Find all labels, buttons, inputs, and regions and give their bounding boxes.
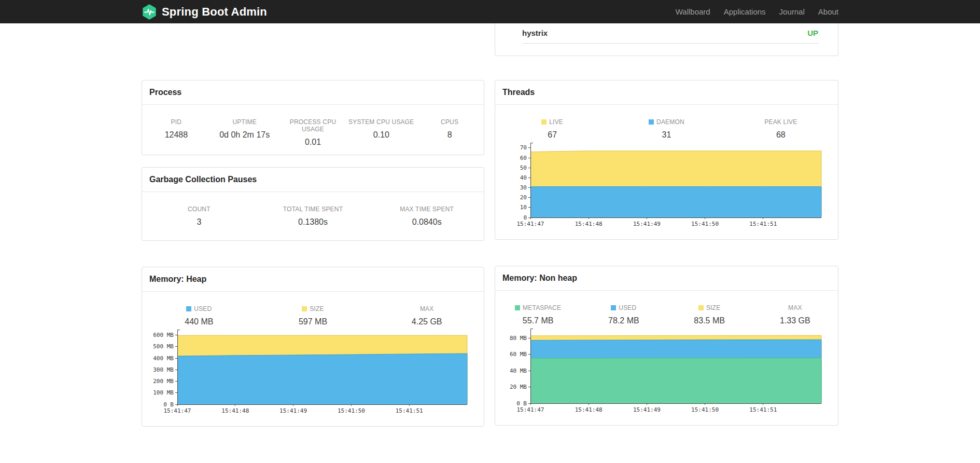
threads-legend: LIVE 67 DAEMON 31 PEAK LIVE 68 xyxy=(495,118,838,140)
svg-text:600 MB: 600 MB xyxy=(153,332,174,338)
stat-threads-peak: PEAK LIVE 68 xyxy=(724,118,838,140)
threads-card: Threads LIVE 67 DAEMON 31 PEAK LIVE xyxy=(495,80,838,240)
stat-threads-daemon: DAEMON 31 xyxy=(609,118,723,140)
legend-swatch-daemon xyxy=(649,119,654,125)
svg-text:500 MB: 500 MB xyxy=(153,343,174,350)
process-card-title: Process xyxy=(142,80,484,105)
gc-card-title: Garbage Collection Pauses xyxy=(142,168,484,192)
memory-nonheap-legend: METASPACE 55.7 MB USED 78.2 MB SIZE 83.5… xyxy=(495,304,838,325)
nav-item-wallboard[interactable]: Wallboard xyxy=(669,0,717,23)
svg-text:15:41:50: 15:41:50 xyxy=(691,406,719,413)
svg-text:200 MB: 200 MB xyxy=(153,378,174,385)
svg-text:15:41:47: 15:41:47 xyxy=(517,221,544,227)
svg-text:15:41:51: 15:41:51 xyxy=(396,407,423,414)
svg-text:400 MB: 400 MB xyxy=(153,355,174,362)
memory-heap-card: Memory: Heap USED 440 MB SIZE 597 MB xyxy=(142,267,484,427)
memory-heap-legend: USED 440 MB SIZE 597 MB MAX 4.25 GB xyxy=(142,305,484,326)
memory-nonheap-card-title: Memory: Non heap xyxy=(495,266,838,291)
gc-card: Garbage Collection Pauses COUNT 3 TOTAL … xyxy=(142,167,484,241)
nav-item-about[interactable]: About xyxy=(811,0,838,23)
svg-text:15:41:48: 15:41:48 xyxy=(575,406,603,413)
svg-text:15:41:47: 15:41:47 xyxy=(517,406,544,413)
svg-text:15:41:48: 15:41:48 xyxy=(575,221,603,227)
svg-text:20 MB: 20 MB xyxy=(510,384,527,390)
stat-heap-max: MAX 4.25 GB xyxy=(370,305,484,326)
stat-gc-count: COUNT 3 xyxy=(142,206,256,227)
svg-text:60 MB: 60 MB xyxy=(510,351,527,358)
application-name: hystrix xyxy=(522,29,548,37)
svg-text:40: 40 xyxy=(520,174,527,181)
brand-link[interactable]: Spring Boot Admin xyxy=(142,4,267,20)
svg-text:30: 30 xyxy=(520,184,527,191)
svg-text:15:41:49: 15:41:49 xyxy=(279,407,307,414)
svg-text:0 B: 0 B xyxy=(516,400,527,407)
svg-text:15:41:50: 15:41:50 xyxy=(338,407,365,414)
navbar: Spring Boot Admin Wallboard Applications… xyxy=(0,0,980,23)
stat-threads-live: LIVE 67 xyxy=(495,118,609,140)
memory-heap-card-title: Memory: Heap xyxy=(142,267,484,292)
stat-nonheap-used: USED 78.2 MB xyxy=(581,304,666,325)
application-status-badge: UP xyxy=(807,29,818,37)
threads-chart: 01020304050607015:41:4715:41:4815:41:491… xyxy=(505,141,829,230)
svg-text:0: 0 xyxy=(523,214,527,221)
legend-swatch-live xyxy=(541,119,547,125)
svg-text:15:41:51: 15:41:51 xyxy=(749,406,777,413)
stat-heap-used: USED 440 MB xyxy=(142,305,256,326)
svg-text:100 MB: 100 MB xyxy=(153,389,174,396)
stat-gc-max: MAX TIME SPENT 0.0840s xyxy=(370,206,484,227)
legend-swatch-size xyxy=(698,305,704,310)
brand-title: Spring Boot Admin xyxy=(162,5,267,19)
svg-text:15:41:47: 15:41:47 xyxy=(164,407,191,414)
right-column: hystrix UP Threads LIVE 67 DAEMON 31 xyxy=(495,23,838,426)
legend-swatch-metaspace xyxy=(515,305,520,310)
applications-card: hystrix UP xyxy=(495,23,838,56)
svg-text:15:41:48: 15:41:48 xyxy=(221,407,249,414)
svg-text:15:41:51: 15:41:51 xyxy=(749,221,777,227)
spring-boot-admin-logo-icon xyxy=(142,4,157,20)
svg-text:10: 10 xyxy=(520,204,527,211)
svg-text:15:41:50: 15:41:50 xyxy=(691,221,719,227)
main-content: Process PID 12488 UPTIME 0d 0h 2m 17s PR… xyxy=(142,23,838,427)
svg-text:15:41:49: 15:41:49 xyxy=(633,221,661,227)
memory-nonheap-chart: 0 B20 MB40 MB60 MB80 MB15:41:4715:41:481… xyxy=(505,326,829,416)
svg-text:300 MB: 300 MB xyxy=(153,366,174,373)
threads-card-title: Threads xyxy=(495,80,838,105)
nav-item-journal[interactable]: Journal xyxy=(773,0,811,23)
application-row-hystrix[interactable]: hystrix UP xyxy=(522,23,818,44)
svg-text:0 B: 0 B xyxy=(163,401,174,408)
stat-heap-size: SIZE 597 MB xyxy=(256,305,370,326)
svg-text:15:41:49: 15:41:49 xyxy=(633,406,661,413)
nav-menu: Wallboard Applications Journal About xyxy=(669,0,838,23)
left-column: Process PID 12488 UPTIME 0d 0h 2m 17s PR… xyxy=(142,23,484,427)
svg-text:60: 60 xyxy=(520,155,527,161)
svg-text:20: 20 xyxy=(520,194,527,201)
stat-nonheap-max: MAX 1.33 GB xyxy=(752,304,838,325)
legend-swatch-used xyxy=(186,306,191,311)
process-card: Process PID 12488 UPTIME 0d 0h 2m 17s PR… xyxy=(142,80,484,155)
svg-text:80 MB: 80 MB xyxy=(510,335,527,342)
legend-swatch-size xyxy=(302,306,307,311)
stat-system-cpu: SYSTEM CPU USAGE 0.10 xyxy=(347,118,415,147)
legend-swatch-used xyxy=(611,305,616,310)
process-stats: PID 12488 UPTIME 0d 0h 2m 17s PROCESS CP… xyxy=(142,118,484,147)
gc-stats: COUNT 3 TOTAL TIME SPENT 0.1380s MAX TIM… xyxy=(142,206,484,227)
svg-text:70: 70 xyxy=(520,144,527,151)
stat-nonheap-metaspace: METASPACE 55.7 MB xyxy=(495,304,581,325)
stat-nonheap-size: SIZE 83.5 MB xyxy=(667,304,752,325)
memory-heap-chart: 0 B100 MB200 MB300 MB400 MB500 MB600 MB1… xyxy=(151,328,474,417)
stat-pid: PID 12488 xyxy=(142,118,211,147)
memory-nonheap-card: Memory: Non heap METASPACE 55.7 MB USED … xyxy=(495,266,838,426)
svg-text:50: 50 xyxy=(520,165,527,171)
svg-text:40 MB: 40 MB xyxy=(510,367,527,374)
stat-uptime: UPTIME 0d 0h 2m 17s xyxy=(211,118,279,147)
nav-item-applications[interactable]: Applications xyxy=(717,0,773,23)
stat-process-cpu: PROCESS CPU USAGE 0.01 xyxy=(279,118,347,147)
stat-cpus: CPUS 8 xyxy=(415,118,484,147)
stat-gc-total: TOTAL TIME SPENT 0.1380s xyxy=(256,206,370,227)
